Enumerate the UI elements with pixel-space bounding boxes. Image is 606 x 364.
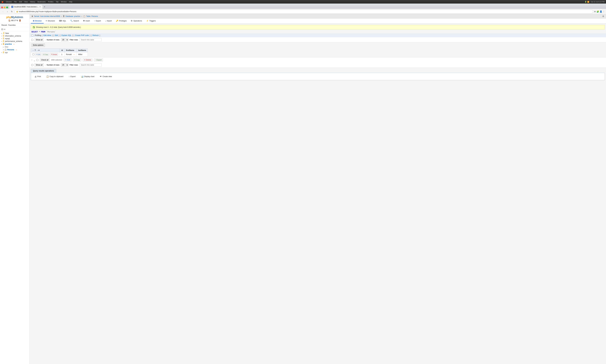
tree-item-practice-new[interactable]: ▷ New bbox=[0, 46, 29, 48]
menu-icon[interactable]: ⋮ bbox=[603, 10, 605, 13]
row-edit-button[interactable]: ✏ Edit bbox=[35, 53, 41, 56]
tree-item-practice[interactable]: + 🗄 practice ← bbox=[0, 43, 29, 46]
address-bar[interactable]: 🔒 localhost:8080/index.php?route=/sql&po… bbox=[14, 10, 593, 13]
bookmarks-menu[interactable]: Bookmarks bbox=[38, 1, 46, 3]
os-datetime: Sat 22 Jul 6:14 PM bbox=[591, 1, 605, 3]
extra-options-button[interactable]: Extra options bbox=[31, 43, 45, 47]
tab-close-button[interactable]: × bbox=[39, 6, 41, 8]
tab-structure[interactable]: ≡ Structure bbox=[44, 18, 57, 24]
tab-triggers[interactable]: ⚡ Triggers bbox=[144, 18, 158, 24]
bottom-show-all-button[interactable]: Show all bbox=[35, 63, 44, 66]
tree-item-information-schema[interactable]: + 🗄 information_schema bbox=[0, 35, 29, 37]
file-menu[interactable]: File bbox=[14, 1, 17, 3]
row-delete-button[interactable]: ✕ Delete bbox=[50, 53, 58, 56]
tab-sql[interactable]: ⌨ SQL bbox=[57, 18, 68, 24]
create-view-button[interactable]: 👁 Create view bbox=[99, 75, 113, 78]
row-checkbox[interactable] bbox=[32, 53, 34, 55]
help-icon[interactable]: ? bbox=[15, 19, 16, 22]
bottom-export-button[interactable]: ↑ Export bbox=[94, 58, 103, 61]
apple-menu[interactable]: 🍎 bbox=[1, 1, 3, 3]
display-chart-button[interactable]: 📊 Display chart bbox=[80, 75, 96, 78]
export-results-button[interactable]: ↑ Export bbox=[67, 75, 77, 78]
info-icon[interactable]: ℹ bbox=[14, 19, 14, 22]
sidebar-collapse-btn[interactable]: ⊟ bbox=[1, 28, 3, 31]
tree-item-new-root[interactable]: ▷ 🗄 New bbox=[0, 32, 29, 35]
tab-search[interactable]: 🔍 Search bbox=[68, 18, 81, 24]
tab-browse[interactable]: ⊞ Browse bbox=[31, 18, 44, 24]
rows-per-page-select[interactable]: 25 50 100 bbox=[61, 38, 68, 41]
print-button[interactable]: 🖨 Print bbox=[33, 75, 42, 78]
column-header-lastname[interactable]: lastName bbox=[77, 49, 88, 52]
bottom-filter-rows-input[interactable] bbox=[79, 63, 102, 66]
filter-rows-input[interactable] bbox=[79, 38, 102, 41]
view-menu[interactable]: View bbox=[24, 1, 28, 3]
check-all-checkbox[interactable] bbox=[36, 59, 38, 61]
history-menu[interactable]: History bbox=[30, 1, 35, 3]
reload-button[interactable]: ↻ bbox=[10, 10, 14, 13]
bottom-show-all-checkbox[interactable] bbox=[31, 64, 33, 66]
breadcrumb-gear-icon[interactable]: ⚙ bbox=[602, 15, 604, 17]
row-copy-button[interactable]: ⎘ Copy bbox=[42, 53, 49, 56]
new-tab-button[interactable]: + bbox=[42, 5, 47, 9]
sidebar-favorites-link[interactable]: Favorites bbox=[8, 24, 15, 26]
forward-button[interactable]: › bbox=[6, 10, 9, 13]
bottom-copy-button[interactable]: ⎘ Copy bbox=[73, 58, 81, 61]
refresh-link[interactable]: Refresh bbox=[92, 34, 99, 36]
copy-to-clipboard-button[interactable]: 📋 Copy to clipboard bbox=[45, 75, 64, 78]
bottom-delete-button[interactable]: ✕ Delete bbox=[83, 58, 92, 61]
tab-export[interactable]: ↑ Export bbox=[92, 18, 103, 24]
tree-item-sys[interactable]: + 🗄 sys bbox=[0, 51, 29, 54]
bookmark-icon[interactable]: ★ bbox=[594, 10, 596, 13]
window-minimize-btn[interactable] bbox=[4, 7, 5, 8]
query-results-tab-label: Query results operations bbox=[31, 69, 56, 73]
chrome-nav-bar: ‹ › ↻ 🔒 localhost:8080/index.php?route=/… bbox=[0, 9, 606, 14]
profiles-menu[interactable]: Profiles bbox=[48, 1, 53, 3]
bottom-edit-button[interactable]: ✏ Edit bbox=[64, 58, 71, 61]
tree-item-persons[interactable]: + 📋 Persons ← bbox=[0, 48, 29, 51]
show-all-checkbox[interactable] bbox=[31, 39, 33, 41]
phpmyadmin-logo-admin: MyAdmin bbox=[11, 16, 23, 19]
profile-icon[interactable]: 👤 bbox=[600, 10, 602, 13]
sidebar-recent-link[interactable]: Recent bbox=[1, 24, 7, 26]
profiling-checkbox[interactable] bbox=[31, 35, 33, 36]
sort-dropdown-icon[interactable]: ▾ bbox=[39, 49, 39, 51]
explain-sql-link[interactable]: Explain SQL bbox=[62, 34, 71, 36]
tab-operations[interactable]: ⚙ Operations bbox=[129, 18, 144, 24]
chrome-menu[interactable]: Chrome bbox=[6, 1, 12, 3]
browser-tab[interactable]: 🛡 localhost:8080 / host.docker.i... × bbox=[10, 5, 42, 9]
new-label: New bbox=[5, 46, 8, 48]
tab-insert[interactable]: ✚ Insert bbox=[81, 18, 92, 24]
breadcrumb-server[interactable]: Server: host.docker.internal:8000 bbox=[34, 15, 60, 17]
show-all-button[interactable]: Show all bbox=[35, 38, 44, 41]
window-menu[interactable]: Window bbox=[61, 1, 66, 3]
help-menu[interactable]: Help bbox=[69, 1, 72, 3]
settings-icon[interactable]: ⚙ bbox=[11, 19, 13, 22]
tab-privileges[interactable]: 🔑 Privileges bbox=[114, 18, 129, 24]
home-icon[interactable]: 🏠 bbox=[8, 19, 11, 22]
tree-item-mysql[interactable]: + 🗄 mysql bbox=[0, 37, 29, 40]
extensions-icon[interactable]: 🧩 bbox=[596, 10, 599, 13]
back-button[interactable]: ‹ bbox=[1, 10, 5, 13]
refresh-icon[interactable]: ↻ bbox=[17, 19, 18, 22]
check-all-button[interactable]: Check all bbox=[40, 58, 50, 62]
column-header-firstname[interactable]: firstName bbox=[64, 49, 77, 52]
tab-import[interactable]: ↓ Import bbox=[103, 18, 114, 24]
edit-menu[interactable]: Edit bbox=[19, 1, 22, 3]
tree-item-performance-schema[interactable]: + 🗄 performance_schema bbox=[0, 40, 29, 43]
window-maximize-btn[interactable] bbox=[6, 7, 8, 8]
number-of-rows-label: Number of rows: bbox=[47, 39, 60, 41]
edit-link[interactable]: Edit bbox=[55, 34, 58, 36]
breadcrumb-table[interactable]: Table: Persons bbox=[86, 15, 98, 17]
tree-label-performance-schema: performance_schema bbox=[5, 40, 22, 42]
row-copy-label: Copy bbox=[44, 53, 48, 55]
create-php-code-link[interactable]: Create PHP code bbox=[75, 34, 89, 36]
tab-menu[interactable]: Tab bbox=[56, 1, 58, 3]
breadcrumb-database[interactable]: Database: practice bbox=[65, 15, 80, 17]
column-header-id[interactable]: id bbox=[60, 49, 64, 52]
bottom-rows-per-page-select[interactable]: 25 50 100 bbox=[61, 63, 68, 66]
sidebar-expand-btn[interactable]: ∞ bbox=[4, 28, 5, 31]
exit-icon[interactable]: 🚪 bbox=[19, 19, 21, 22]
edit-inline-link[interactable]: Edit inline bbox=[43, 34, 51, 36]
export-results-icon: ↑ bbox=[69, 75, 70, 78]
window-close-btn[interactable] bbox=[1, 7, 3, 8]
